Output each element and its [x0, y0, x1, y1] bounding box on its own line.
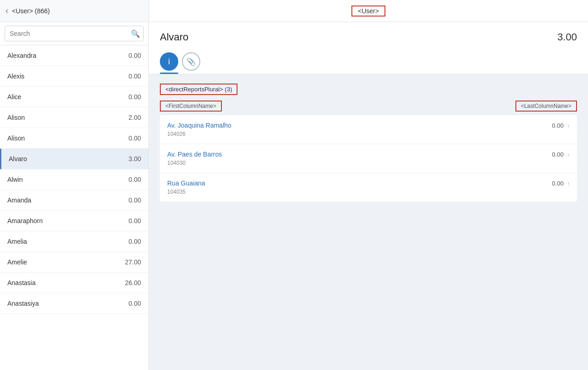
list-item-name: Alison — [7, 135, 25, 142]
list-item[interactable]: Amelie 27.00 — [0, 252, 148, 273]
list-item-value: 0.00 — [129, 135, 141, 142]
sidebar-title: <User> (866) — [12, 7, 50, 15]
sidebar-list: Alexandra 0.00 Alexis 0.00 Alice 0.00 Al… — [0, 45, 148, 370]
list-item-name: Amelia — [7, 238, 27, 245]
list-item[interactable]: Alexis 0.00 — [0, 66, 148, 87]
list-item-name: Alexandra — [7, 52, 36, 59]
search-input[interactable] — [5, 26, 144, 41]
list-item-name: Alison — [7, 114, 25, 121]
main-header: <User> — [149, 0, 588, 22]
list-item-name: Alice — [7, 93, 21, 101]
tab-active-indicator — [160, 73, 178, 74]
list-item-name: Amanda — [7, 196, 31, 204]
list-item-value: 0.00 — [129, 217, 141, 224]
row-sub: 104035 — [167, 189, 570, 195]
list-item-value: 3.00 — [129, 155, 141, 163]
tab-attach-button[interactable]: 📎 — [182, 52, 200, 71]
table-header: <FirstColumnName> <LastColumnName> — [160, 101, 577, 115]
list-item-value: 0.00 — [129, 196, 141, 204]
list-item[interactable]: Anastasia 26.00 — [0, 273, 148, 293]
row-name: Av. Paes de Barros — [167, 151, 222, 158]
list-item-value: 27.00 — [125, 258, 141, 266]
list-item[interactable]: Alexandra 0.00 — [0, 45, 148, 66]
list-item-value: 0.00 — [129, 300, 141, 307]
info-icon: i — [168, 57, 170, 67]
main-panel: <User> Alvaro 3.00 i 📎 — [149, 0, 588, 370]
list-item-name: Amelie — [7, 258, 27, 266]
table-row[interactable]: Av. Joaquina Ramalho 0.00 ↑ 104026 — [160, 115, 577, 144]
row-name: Av. Joaquina Ramalho — [167, 122, 232, 129]
list-item-name: Amaraphorn — [7, 217, 43, 224]
list-item-value: 0.00 — [129, 238, 141, 245]
section-header-label: <directReportsPlural> (3) — [160, 84, 237, 95]
list-item-name: Anastasiya — [7, 300, 39, 307]
list-item[interactable]: Amelia 0.00 — [0, 231, 148, 252]
attach-icon: 📎 — [187, 57, 196, 66]
list-item-value: 0.00 — [129, 73, 141, 80]
last-col-header: <LastColumnName> — [515, 101, 577, 112]
list-item-name: Alexis — [7, 73, 24, 80]
record-value: 3.00 — [557, 31, 577, 43]
search-container: 🔍 — [0, 22, 148, 45]
list-item-value: 0.00 — [129, 52, 141, 59]
list-item[interactable]: Anastasiya 0.00 — [0, 293, 148, 314]
main-body: Alvaro 3.00 i 📎 <directReportsPlural> — [149, 22, 588, 370]
content-section: <directReportsPlural> (3) <FirstColumnNa… — [149, 74, 588, 211]
main-header-title: <User> — [351, 6, 385, 17]
list-item-name: Alwin — [7, 176, 23, 183]
list-item[interactable]: Alvaro 3.00 — [0, 149, 148, 169]
back-button[interactable]: ‹ — [6, 6, 8, 16]
table-row[interactable]: Av. Paes de Barros 0.00 ↑ 104030 — [160, 144, 577, 173]
list-item-name: Anastasia — [7, 279, 35, 286]
tab-info-button[interactable]: i — [160, 52, 178, 71]
list-item[interactable]: Alison 0.00 — [0, 128, 148, 149]
list-item-value: 0.00 — [129, 176, 141, 183]
sidebar-header: ‹ <User> (866) — [0, 0, 148, 22]
list-item-value: 2.00 — [129, 114, 141, 121]
row-sub: 104030 — [167, 160, 570, 166]
row-sub: 104026 — [167, 131, 570, 137]
row-amount: 0.00 ↑ — [552, 180, 570, 187]
tab-attach-wrapper: 📎 — [182, 52, 200, 71]
tab-bar: i 📎 — [160, 50, 577, 74]
sidebar: ‹ <User> (866) 🔍 Alexandra 0.00 Alexis 0… — [0, 0, 149, 370]
back-icon: ‹ — [6, 6, 8, 16]
row-main: Rua Guaiana 0.00 ↑ — [167, 179, 570, 187]
record-header: Alvaro 3.00 i 📎 — [149, 22, 588, 74]
first-col-header: <FirstColumnName> — [160, 101, 222, 112]
list-item[interactable]: Amaraphorn 0.00 — [0, 211, 148, 231]
row-main: Av. Joaquina Ramalho 0.00 ↑ — [167, 122, 570, 129]
table-row[interactable]: Rua Guaiana 0.00 ↑ 104035 — [160, 173, 577, 202]
list-item[interactable]: Alice 0.00 — [0, 87, 148, 107]
list-item-name: Alvaro — [9, 155, 27, 163]
amount-badge: ↑ — [567, 123, 570, 129]
record-title-row: Alvaro 3.00 — [160, 31, 577, 43]
row-amount: 0.00 ↑ — [552, 122, 570, 129]
list-item[interactable]: Alison 2.00 — [0, 107, 148, 128]
row-name: Rua Guaiana — [167, 179, 205, 187]
amount-badge: ↑ — [567, 181, 570, 186]
list-item[interactable]: Amanda 0.00 — [0, 190, 148, 211]
amount-badge: ↑ — [567, 152, 570, 157]
list-item[interactable]: Alwin 0.00 — [0, 169, 148, 190]
list-item-value: 0.00 — [129, 93, 141, 101]
table-container: Av. Joaquina Ramalho 0.00 ↑ 104026 Av. P… — [160, 115, 577, 202]
tab-info-wrapper: i — [160, 52, 178, 74]
record-title: Alvaro — [160, 31, 188, 43]
list-item-value: 26.00 — [125, 279, 141, 286]
row-main: Av. Paes de Barros 0.00 ↑ — [167, 151, 570, 158]
row-amount: 0.00 ↑ — [552, 151, 570, 158]
